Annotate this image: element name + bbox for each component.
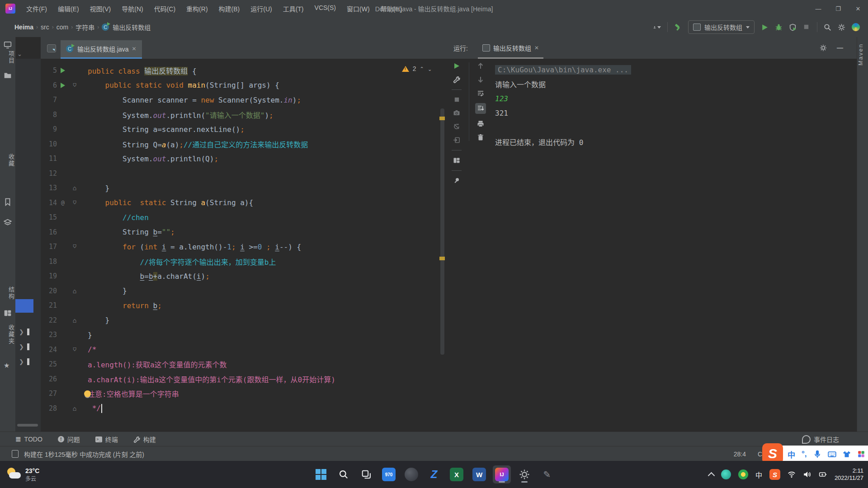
code-line[interactable]: 25a.length():获取a这个变量值的元素个数	[41, 357, 445, 372]
tree-expand-icon[interactable]: ❯	[19, 358, 24, 365]
next-warning-icon[interactable]: ⌃	[428, 66, 432, 72]
pin-tab-icon[interactable]	[453, 177, 460, 184]
tray-sogou-icon[interactable]: S	[769, 469, 780, 480]
bookmark-icon[interactable]	[4, 198, 12, 206]
code-line[interactable]: 15 //chen	[41, 210, 445, 225]
user-profile-icon[interactable]	[653, 23, 661, 31]
code-line[interactable]: 8 System.out.println("请输入一个数据");	[41, 108, 445, 122]
tool-button-project[interactable]: 项目	[0, 51, 15, 64]
wifi-icon[interactable]	[788, 470, 796, 479]
console-output[interactable]: C:\KuGou\Java\bin\java.exe ...请输入一个数据123…	[495, 62, 852, 149]
tree-expand-icon[interactable]: ❯	[19, 328, 24, 335]
code-line[interactable]: 13⌂ }	[41, 181, 445, 196]
stop-process-button[interactable]	[453, 96, 460, 103]
code-line[interactable]: 19 b=b+a.charAt(i);	[41, 269, 445, 284]
code-line[interactable]: 9 String a=scanner.nextLine();	[41, 122, 445, 137]
stop-button[interactable]	[803, 23, 811, 31]
code-line[interactable]: 7 Scanner scanner = new Scanner(System.i…	[41, 93, 445, 108]
hide-panel-icon[interactable]: —	[837, 44, 843, 52]
tree-expand-icon[interactable]: ❯	[19, 343, 24, 350]
fold-end-icon[interactable]: ⌂	[73, 317, 76, 324]
horizontal-scrollbar[interactable]	[17, 424, 38, 427]
fold-end-icon[interactable]: ⌂	[73, 184, 76, 192]
code-line[interactable]: 12	[41, 166, 445, 181]
menu-item[interactable]: 工具(T)	[278, 2, 308, 15]
sogou-ime-toolbar[interactable]: S 中 °,	[764, 446, 868, 463]
attach-process-icon[interactable]	[453, 136, 460, 144]
print-icon[interactable]	[477, 120, 484, 127]
dark-browser-app-icon[interactable]	[402, 465, 420, 483]
inspection-widget[interactable]: 2 ⌃ ⌃	[402, 65, 432, 72]
volume-icon[interactable]	[803, 470, 811, 479]
tray-app-icon[interactable]	[721, 469, 731, 479]
folder-icon[interactable]	[4, 71, 12, 80]
project-tree-collapsed[interactable]: ⌄ ❯ ❯ ❯	[15, 59, 41, 432]
run-panel-settings-gear-icon[interactable]	[820, 44, 827, 52]
code-line[interactable]: 20⌂ }	[41, 284, 445, 299]
code-line[interactable]: 18 //将每个字符逐个输出出来，加到变量b上	[41, 254, 445, 269]
taskbar-search-icon[interactable]	[335, 465, 353, 483]
ime-keyboard-icon[interactable]	[828, 450, 836, 459]
menu-item[interactable]: 构建(B)	[214, 2, 245, 15]
ime-punctuation-toggle[interactable]: °,	[802, 450, 807, 459]
settings-gear-icon[interactable]	[838, 23, 845, 31]
editor-tab-active[interactable]: C 输出反转数组.java ✕	[61, 40, 142, 59]
fold-icon[interactable]: ⌂	[73, 199, 76, 206]
intellij-taskbar-icon[interactable]: IJ	[493, 465, 511, 483]
menu-item[interactable]: 代码(C)	[150, 2, 180, 15]
task-view-icon[interactable]	[357, 465, 375, 483]
prev-warning-icon[interactable]: ⌃	[420, 66, 424, 72]
close-button[interactable]: ✕	[848, 0, 868, 17]
code-editor[interactable]: 5public class 输出反转数组 {6⌂ public static v…	[41, 59, 445, 432]
run-tab[interactable]: 输出反转数组 ✕	[478, 37, 543, 59]
tool-button-todo[interactable]: ≣TODO	[15, 435, 42, 443]
taskbar-clock[interactable]: 2:112022/11/27	[835, 467, 863, 482]
fold-icon[interactable]: ⌂	[73, 243, 76, 250]
search-everywhere-icon[interactable]	[824, 23, 831, 31]
thread-dump-camera-icon[interactable]	[453, 109, 460, 117]
tool-button-problems[interactable]: !问题	[58, 435, 80, 444]
minimize-button[interactable]: —	[808, 0, 828, 17]
chevron-down-icon[interactable]: ⌄	[17, 51, 22, 57]
coverage-run-button[interactable]	[789, 23, 797, 31]
ime-skin-icon[interactable]	[843, 450, 851, 458]
breadcrumb-item[interactable]: com	[57, 23, 68, 31]
warning-stripe-mark[interactable]	[439, 117, 445, 120]
structure-grid-icon[interactable]	[4, 309, 12, 317]
scroll-down-icon[interactable]	[477, 76, 484, 83]
tray-green-app-icon[interactable]	[738, 469, 748, 479]
project-tool-icon[interactable]	[4, 41, 12, 49]
z-app-icon[interactable]: Z	[425, 465, 443, 483]
tab-options-icon[interactable]	[47, 44, 56, 52]
code-line[interactable]: 27注意:空格也算是一个字符串	[41, 386, 445, 401]
weather-widget[interactable]: 23°C多云	[6, 467, 39, 482]
caret-position[interactable]: 28:4	[734, 450, 746, 458]
ime-toolbox-grid-icon[interactable]	[857, 450, 865, 458]
breadcrumb-item[interactable]: Heima	[14, 23, 33, 31]
debug-button[interactable]	[775, 23, 783, 31]
menu-item[interactable]: 重构(R)	[182, 2, 212, 15]
code-line[interactable]: 26a.charAt(i):输出a这个变量值中的第i个元素(跟数组一样，从0开始…	[41, 372, 445, 387]
scroll-up-icon[interactable]	[477, 62, 484, 70]
menu-item[interactable]: 窗口(W)	[342, 2, 374, 15]
windows-settings-icon[interactable]	[515, 465, 533, 483]
breadcrumb-item[interactable]: 输出反转数组	[113, 23, 151, 32]
maximize-button[interactable]: ❐	[828, 0, 848, 17]
run-line-icon[interactable]	[61, 68, 65, 73]
code-line[interactable]: 5public class 输出反转数组 {	[41, 63, 445, 78]
tool-button-terminal[interactable]: >_终端	[95, 435, 118, 444]
code-line[interactable]: 21 return b;	[41, 298, 445, 313]
code-line[interactable]: 11 System.out.println(Q);	[41, 151, 445, 166]
fold-icon[interactable]: ⌂	[73, 346, 76, 353]
blue-app-icon[interactable]: 970	[380, 465, 398, 483]
star-icon[interactable]: ★	[4, 361, 12, 370]
code-line[interactable]: 10 String Q=a(a);//通过自己定义的方法来输出反转数据	[41, 137, 445, 152]
menu-item[interactable]: 视图(V)	[85, 2, 116, 15]
code-line[interactable]: 28⌂ */	[41, 401, 445, 416]
dashboard-layout-icon[interactable]	[453, 157, 460, 164]
excel-icon[interactable]: X	[448, 465, 466, 483]
clear-console-trash-icon[interactable]	[477, 134, 484, 141]
layers-icon[interactable]	[4, 219, 12, 227]
run-line-icon[interactable]	[61, 83, 65, 88]
tool-button-favorites[interactable]: 收藏	[0, 154, 15, 167]
